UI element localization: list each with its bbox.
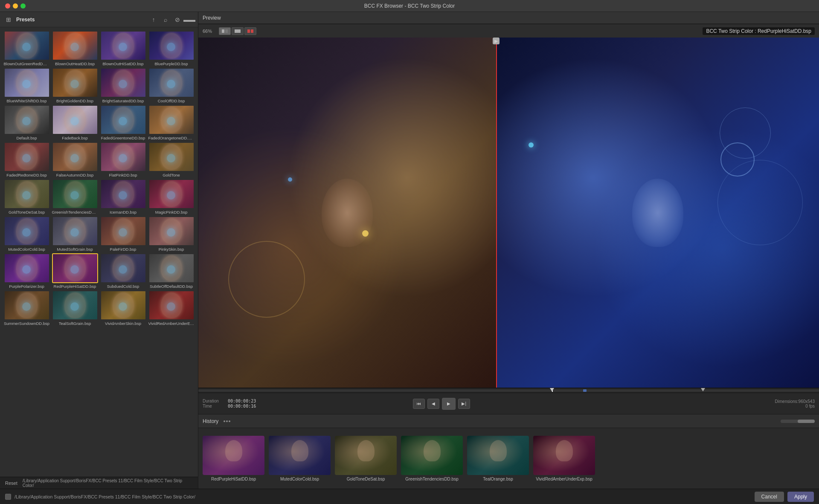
preview-label: Preview <box>203 15 221 21</box>
preset-item-17[interactable]: GreenishTendenciesDD.bsp <box>52 179 98 214</box>
svg-rect-2 <box>235 29 241 33</box>
preset-item-19[interactable]: MagicPinkDD.bsp <box>148 179 195 214</box>
preset-thumb-3 <box>148 31 195 61</box>
preset-item-12[interactable]: FadedRedtoneDD.bsp <box>3 142 50 177</box>
dims-info: Dimensions:960x543 0 fps <box>775 399 815 408</box>
timeline-scrub[interactable] <box>198 388 819 393</box>
prev-frame-button[interactable]: ◀ <box>427 399 439 409</box>
upload-icon[interactable]: ↑ <box>149 15 158 24</box>
preset-item-20[interactable]: MutedColorCold.bsp <box>3 216 50 252</box>
preset-thumb-16 <box>4 179 50 209</box>
playhead-marker <box>550 388 554 391</box>
preset-grid-container[interactable]: BlownOutGreenRedDD.bspBlownOutHeatDD.bsp… <box>0 27 198 477</box>
preview-area: ▶ <box>198 38 819 388</box>
preset-item-31[interactable]: VividRedAmberUnderExp.bsp <box>148 290 195 326</box>
view-btn-1[interactable] <box>219 27 231 35</box>
preset-item-1[interactable]: BlownOutHeatDD.bsp <box>52 31 98 66</box>
preset-grid: BlownOutGreenRedDD.bspBlownOutHeatDD.bsp… <box>3 31 195 326</box>
bottom-bar: /Library/Application Support/BorisFX/BCC… <box>0 489 819 504</box>
history-scrollbar[interactable] <box>781 420 815 423</box>
preset-item-2[interactable]: BlownOutHiSatDD.bsp <box>100 31 146 66</box>
preset-label-8: Default.bsp <box>16 136 37 140</box>
preset-label-10: FadedGreentoneDD.bsp <box>101 136 145 140</box>
preset-item-28[interactable]: SummerSundownDD.bsp <box>3 290 50 326</box>
preset-item-15[interactable]: GoldTone <box>148 142 195 177</box>
history-item-label-5: VividRedAmberUnderExp.bsp <box>536 477 592 481</box>
play-button[interactable]: ▶ <box>442 398 456 410</box>
size-slider[interactable]: ▬▬ <box>185 15 194 24</box>
preset-item-3[interactable]: BluePurpleDD.bsp <box>148 31 195 66</box>
search-icon[interactable]: ⌕ <box>161 15 170 24</box>
preset-item-27[interactable]: SubtleOffDefaultDD.bsp <box>148 253 195 289</box>
preset-item-9[interactable]: FadeBack.bsp <box>52 105 98 140</box>
next-frame-button[interactable]: ▶| <box>458 399 470 409</box>
skip-back-button[interactable]: ⏮ <box>413 399 425 409</box>
preset-item-29[interactable]: TealSoftGrain.bsp <box>52 290 98 326</box>
preset-item-30[interactable]: VividAmberSkin.bsp <box>100 290 146 326</box>
preset-label-0: BlownOutGreenRedDD.bsp <box>4 61 50 66</box>
preset-item-23[interactable]: PinkySkin.bsp <box>148 216 195 252</box>
preset-item-24[interactable]: PurplePolarizer.bsp <box>3 253 50 289</box>
preset-item-8[interactable]: Default.bsp <box>3 105 50 140</box>
preset-item-0[interactable]: BlownOutGreenRedDD.bsp <box>3 31 50 66</box>
preset-label-26: SubduedCold.bsp <box>107 284 139 289</box>
history-menu[interactable] <box>222 416 232 426</box>
preset-label-24: PurplePolarizer.bsp <box>9 284 44 289</box>
preset-item-4[interactable]: BlueWhiteShiftDD.bsp <box>3 68 50 103</box>
history-tab[interactable]: History <box>203 418 218 424</box>
preset-item-10[interactable]: FadedGreentoneDD.bsp <box>100 105 146 140</box>
preset-thumb-20 <box>4 216 50 246</box>
preset-item-22[interactable]: PaleFirDD.bsp <box>100 216 146 252</box>
reset-button[interactable]: Reset <box>3 480 19 487</box>
history-thumb-2 <box>335 436 397 475</box>
grid-icon[interactable]: ⊞ <box>4 15 13 24</box>
preset-thumb-29 <box>52 290 98 320</box>
preset-label-19: MagicPinkDD.bsp <box>155 210 188 214</box>
preset-item-14[interactable]: FlatPinkDD.bsp <box>100 142 146 177</box>
sparkle-1 <box>362 230 369 237</box>
history-item-2[interactable]: GoldToneDeSat.bsp <box>335 436 397 481</box>
end-marker <box>701 388 705 391</box>
preset-item-11[interactable]: FadedOrangetoneDD.bsp <box>148 105 195 140</box>
preset-item-7[interactable]: CoolOffDD.bsp <box>148 68 195 103</box>
preset-item-13[interactable]: FalseAutumnDD.bsp <box>52 142 98 177</box>
preview-title: BCC Two Strip Color : RedPurpleHiSatDD.b… <box>703 27 815 35</box>
checkbox-wrap <box>5 494 11 500</box>
preset-item-21[interactable]: MutedSoftGrain.bsp <box>52 216 98 252</box>
history-section: History RedPurpleHiSatDD.bspMutedColorCo… <box>198 414 819 489</box>
preset-item-26[interactable]: SubduedCold.bsp <box>100 253 146 289</box>
time-label: Time <box>203 404 226 408</box>
cancel-button[interactable]: Cancel <box>755 492 784 502</box>
preset-item-5[interactable]: BrightGoldenDD.bsp <box>52 68 98 103</box>
preset-thumb-17 <box>52 179 98 209</box>
history-scroll-area[interactable]: RedPurpleHiSatDD.bspMutedColorCold.bspGo… <box>198 428 819 489</box>
svg-rect-4 <box>251 29 253 33</box>
filter-icon[interactable]: ⊘ <box>173 15 182 24</box>
minimize-button[interactable] <box>13 3 18 9</box>
history-item-3[interactable]: GreenishTendenciesDD.bsp <box>401 436 463 481</box>
split-handle[interactable]: ▶ <box>493 38 500 44</box>
right-panel: Preview 66% BCC Two Strip C <box>198 12 819 489</box>
preset-thumb-27 <box>148 253 195 283</box>
preset-item-25[interactable]: RedPurpleHiSatDD.bsp <box>52 253 98 289</box>
preset-item-18[interactable]: IcemanDD.bsp <box>100 179 146 214</box>
close-button[interactable] <box>5 3 10 9</box>
preview-right <box>496 38 819 388</box>
maximize-button[interactable] <box>20 3 26 9</box>
history-item-4[interactable]: TealOrange.bsp <box>467 436 529 481</box>
preview-header: Preview <box>198 12 819 24</box>
preset-thumb-14 <box>100 142 146 172</box>
preset-item-6[interactable]: BrightSaturatedDD.bsp <box>100 68 146 103</box>
apply-button[interactable]: Apply <box>787 492 814 502</box>
history-thumb-3 <box>401 436 463 475</box>
view-btn-2[interactable] <box>232 27 244 35</box>
history-item-0[interactable]: RedPurpleHiSatDD.bsp <box>203 436 264 481</box>
history-item-5[interactable]: VividRedAmberUnderExp.bsp <box>533 436 595 481</box>
view-btn-3[interactable] <box>244 27 256 35</box>
preset-thumb-12 <box>4 142 50 172</box>
preview-controls: 66% BCC Two Strip Color : RedPurpleHiSat… <box>198 24 819 38</box>
history-item-1[interactable]: MutedColorCold.bsp <box>269 436 331 481</box>
preset-item-16[interactable]: GoldToneDeSat.bsp <box>3 179 50 214</box>
zoom-level: 66% <box>203 29 215 34</box>
remember-checkbox[interactable] <box>5 494 11 500</box>
